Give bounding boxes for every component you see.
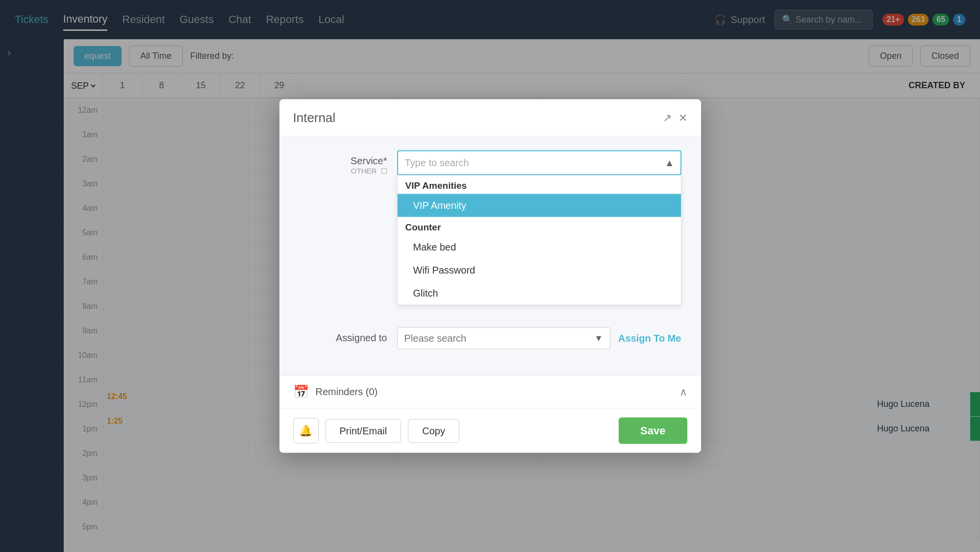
service-label: Service* OTHER ☐ xyxy=(299,151,397,176)
internal-modal: Internal ↗ ✕ Service* OTHER ☐ xyxy=(279,100,701,453)
dropdown-item-make-bed[interactable]: Make bed xyxy=(398,236,681,259)
external-link-button[interactable]: ↗ xyxy=(663,111,672,124)
reminders-collapse-icon[interactable]: ∧ xyxy=(679,385,687,398)
reminders-left: 📅 Reminders (0) xyxy=(293,384,378,400)
bell-button[interactable]: 🔔 xyxy=(293,418,319,444)
group-label-counter: Counter xyxy=(398,217,681,236)
modal-header-icons: ↗ ✕ xyxy=(663,111,687,124)
assigned-to-label: Assigned to xyxy=(299,327,397,344)
save-button[interactable]: Save xyxy=(619,418,687,444)
calendar-reminder-icon: 📅 xyxy=(293,384,309,400)
modal-header: Internal ↗ ✕ xyxy=(279,100,701,137)
close-modal-button[interactable]: ✕ xyxy=(678,111,687,124)
reminders-label: Reminders (0) xyxy=(316,386,378,398)
external-link-icon: ↗ xyxy=(663,111,672,124)
service-dropdown-list: VIP Amenities VIP Amenity Counter Make b… xyxy=(397,176,681,305)
bell-icon: 🔔 xyxy=(299,425,312,437)
service-form-row: Service* OTHER ☐ ▲ VIP Amenities VIP Ame… xyxy=(299,151,681,176)
dropdown-item-wifi-password[interactable]: Wifi Password xyxy=(398,259,681,282)
print-email-button[interactable]: Print/Email xyxy=(326,419,402,443)
service-search-wrap: ▲ xyxy=(397,151,681,176)
reminders-bar: 📅 Reminders (0) ∧ xyxy=(279,375,701,408)
dropdown-item-vip-amenity[interactable]: VIP Amenity xyxy=(398,194,681,217)
assigned-dropdown-arrow[interactable]: ▼ xyxy=(594,333,603,344)
service-search-input[interactable] xyxy=(398,151,680,175)
close-icon: ✕ xyxy=(678,111,687,124)
service-dropdown-arrow[interactable]: ▲ xyxy=(665,157,675,169)
modal-title: Internal xyxy=(293,110,336,125)
assign-to-me-button[interactable]: Assign To Me xyxy=(618,333,681,344)
assigned-search-input[interactable] xyxy=(404,333,595,344)
service-control-wrap: ▲ VIP Amenities VIP Amenity Counter Make… xyxy=(397,151,681,176)
modal-footer: 🔔 Print/Email Copy Save xyxy=(279,408,701,453)
assigned-search-wrap: ▼ xyxy=(397,327,610,350)
assigned-to-form-row: Assigned to ▼ Assign To Me xyxy=(299,327,681,350)
assigned-to-control-wrap: ▼ Assign To Me xyxy=(397,327,681,350)
other-checkbox[interactable]: ☐ xyxy=(381,167,387,175)
modal-body: Service* OTHER ☐ ▲ VIP Amenities VIP Ame… xyxy=(279,137,701,375)
dropdown-item-glitch[interactable]: Glitch xyxy=(398,282,681,305)
copy-button[interactable]: Copy xyxy=(408,419,459,443)
group-label-vip-amenities: VIP Amenities xyxy=(398,176,681,194)
